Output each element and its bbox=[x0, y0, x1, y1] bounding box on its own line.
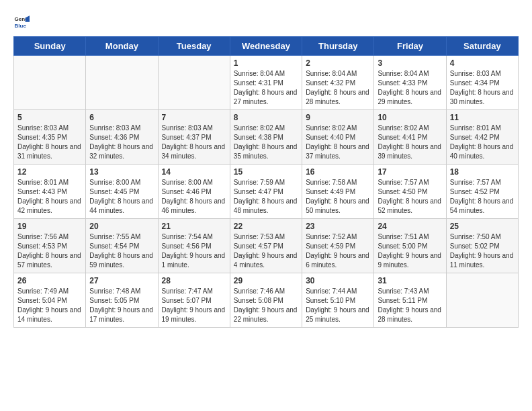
cell-date: 16 bbox=[306, 167, 370, 177]
cell-date: 10 bbox=[378, 113, 442, 122]
cell-info: Sunrise: 7:50 AM Sunset: 5:02 PM Dayligh… bbox=[450, 232, 515, 270]
cell-date: 5 bbox=[17, 113, 82, 122]
calendar-cell: 12Sunrise: 8:01 AM Sunset: 4:43 PM Dayli… bbox=[14, 165, 86, 219]
cell-date: 23 bbox=[306, 222, 370, 231]
cell-info: Sunrise: 8:02 AM Sunset: 4:38 PM Dayligh… bbox=[234, 124, 298, 161]
calendar-cell: 22Sunrise: 7:53 AM Sunset: 4:57 PM Dayli… bbox=[230, 219, 302, 273]
cell-date: 24 bbox=[378, 222, 442, 231]
cell-info: Sunrise: 7:57 AM Sunset: 4:52 PM Dayligh… bbox=[450, 178, 515, 216]
cell-info: Sunrise: 7:56 AM Sunset: 4:53 PM Dayligh… bbox=[17, 232, 82, 270]
cell-date: 11 bbox=[450, 113, 515, 122]
calendar-cell: 25Sunrise: 7:50 AM Sunset: 5:02 PM Dayli… bbox=[446, 219, 518, 273]
calendar-cell: 6Sunrise: 8:03 AM Sunset: 4:36 PM Daylig… bbox=[86, 110, 158, 165]
calendar-header: SundayMondayTuesdayWednesdayThursdayFrid… bbox=[14, 37, 519, 56]
cell-date: 18 bbox=[450, 167, 515, 177]
calendar-cell bbox=[446, 273, 518, 328]
cell-date: 19 bbox=[17, 222, 82, 231]
cell-date: 21 bbox=[162, 222, 226, 231]
cell-date: 7 bbox=[162, 113, 226, 122]
cell-date: 13 bbox=[89, 167, 154, 177]
calendar-cell: 28Sunrise: 7:47 AM Sunset: 5:07 PM Dayli… bbox=[158, 273, 230, 328]
cell-info: Sunrise: 7:47 AM Sunset: 5:07 PM Dayligh… bbox=[162, 287, 226, 324]
cell-date: 17 bbox=[378, 167, 442, 177]
cell-info: Sunrise: 7:44 AM Sunset: 5:10 PM Dayligh… bbox=[306, 287, 370, 324]
week-row-1: 1Sunrise: 8:04 AM Sunset: 4:31 PM Daylig… bbox=[14, 56, 519, 110]
calendar-cell bbox=[86, 56, 158, 110]
calendar-cell: 18Sunrise: 7:57 AM Sunset: 4:52 PM Dayli… bbox=[446, 165, 518, 219]
calendar-cell: 11Sunrise: 8:01 AM Sunset: 4:42 PM Dayli… bbox=[446, 110, 518, 165]
cell-info: Sunrise: 7:53 AM Sunset: 4:57 PM Dayligh… bbox=[234, 232, 298, 270]
cell-info: Sunrise: 8:01 AM Sunset: 4:43 PM Dayligh… bbox=[17, 178, 82, 216]
day-header-sunday: Sunday bbox=[14, 37, 86, 56]
calendar-cell: 3Sunrise: 8:04 AM Sunset: 4:33 PM Daylig… bbox=[374, 56, 446, 110]
calendar-cell: 4Sunrise: 8:03 AM Sunset: 4:34 PM Daylig… bbox=[446, 56, 518, 110]
svg-text:Blue: Blue bbox=[15, 23, 27, 29]
week-row-4: 19Sunrise: 7:56 AM Sunset: 4:53 PM Dayli… bbox=[14, 219, 519, 273]
day-header-thursday: Thursday bbox=[302, 37, 374, 56]
cell-info: Sunrise: 8:04 AM Sunset: 4:32 PM Dayligh… bbox=[306, 69, 370, 107]
calendar-cell: 27Sunrise: 7:48 AM Sunset: 5:05 PM Dayli… bbox=[86, 273, 158, 328]
cell-info: Sunrise: 7:51 AM Sunset: 5:00 PM Dayligh… bbox=[378, 232, 442, 270]
generalblue-icon: General Blue bbox=[13, 13, 30, 30]
cell-date: 27 bbox=[89, 276, 154, 285]
calendar-cell: 17Sunrise: 7:57 AM Sunset: 4:50 PM Dayli… bbox=[374, 165, 446, 219]
calendar-cell: 31Sunrise: 7:43 AM Sunset: 5:11 PM Dayli… bbox=[374, 273, 446, 328]
cell-info: Sunrise: 8:03 AM Sunset: 4:35 PM Dayligh… bbox=[17, 124, 82, 161]
cell-info: Sunrise: 7:46 AM Sunset: 5:08 PM Dayligh… bbox=[234, 287, 298, 324]
calendar-cell: 26Sunrise: 7:49 AM Sunset: 5:04 PM Dayli… bbox=[14, 273, 86, 328]
calendar-cell: 20Sunrise: 7:55 AM Sunset: 4:54 PM Dayli… bbox=[86, 219, 158, 273]
cell-info: Sunrise: 7:54 AM Sunset: 4:56 PM Dayligh… bbox=[162, 232, 226, 270]
cell-date: 3 bbox=[378, 58, 442, 68]
week-row-5: 26Sunrise: 7:49 AM Sunset: 5:04 PM Dayli… bbox=[14, 273, 519, 328]
cell-date: 2 bbox=[306, 58, 370, 68]
calendar-cell: 30Sunrise: 7:44 AM Sunset: 5:10 PM Dayli… bbox=[302, 273, 374, 328]
day-headers-row: SundayMondayTuesdayWednesdayThursdayFrid… bbox=[14, 37, 519, 56]
cell-date: 12 bbox=[17, 167, 82, 177]
day-header-tuesday: Tuesday bbox=[158, 37, 230, 56]
cell-info: Sunrise: 7:57 AM Sunset: 4:50 PM Dayligh… bbox=[378, 178, 442, 216]
week-row-2: 5Sunrise: 8:03 AM Sunset: 4:35 PM Daylig… bbox=[14, 110, 519, 165]
logo: General Blue bbox=[13, 13, 32, 30]
cell-date: 25 bbox=[450, 222, 515, 231]
cell-date: 29 bbox=[234, 276, 298, 285]
cell-info: Sunrise: 7:52 AM Sunset: 4:59 PM Dayligh… bbox=[306, 232, 370, 270]
calendar-cell: 13Sunrise: 8:00 AM Sunset: 4:45 PM Dayli… bbox=[86, 165, 158, 219]
calendar-cell bbox=[14, 56, 86, 110]
cell-info: Sunrise: 7:43 AM Sunset: 5:11 PM Dayligh… bbox=[378, 287, 442, 324]
cell-date: 22 bbox=[234, 222, 298, 231]
cell-date: 8 bbox=[234, 113, 298, 122]
cell-info: Sunrise: 8:03 AM Sunset: 4:37 PM Dayligh… bbox=[162, 124, 226, 161]
cell-info: Sunrise: 8:00 AM Sunset: 4:46 PM Dayligh… bbox=[162, 178, 226, 216]
cell-info: Sunrise: 8:02 AM Sunset: 4:40 PM Dayligh… bbox=[306, 124, 370, 161]
week-row-3: 12Sunrise: 8:01 AM Sunset: 4:43 PM Dayli… bbox=[14, 165, 519, 219]
cell-date: 20 bbox=[89, 222, 154, 231]
cell-date: 6 bbox=[89, 113, 154, 122]
cell-date: 28 bbox=[162, 276, 226, 285]
cell-info: Sunrise: 8:04 AM Sunset: 4:31 PM Dayligh… bbox=[234, 69, 298, 107]
cell-info: Sunrise: 7:59 AM Sunset: 4:47 PM Dayligh… bbox=[234, 178, 298, 216]
calendar-cell bbox=[158, 56, 230, 110]
day-header-saturday: Saturday bbox=[446, 37, 518, 56]
calendar-cell: 1Sunrise: 8:04 AM Sunset: 4:31 PM Daylig… bbox=[230, 56, 302, 110]
cell-date: 4 bbox=[450, 58, 515, 68]
cell-info: Sunrise: 7:48 AM Sunset: 5:05 PM Dayligh… bbox=[89, 287, 154, 324]
calendar-cell: 7Sunrise: 8:03 AM Sunset: 4:37 PM Daylig… bbox=[158, 110, 230, 165]
cell-info: Sunrise: 8:03 AM Sunset: 4:36 PM Dayligh… bbox=[89, 124, 154, 161]
calendar-table: SundayMondayTuesdayWednesdayThursdayFrid… bbox=[13, 36, 519, 328]
day-header-friday: Friday bbox=[374, 37, 446, 56]
calendar-cell: 29Sunrise: 7:46 AM Sunset: 5:08 PM Dayli… bbox=[230, 273, 302, 328]
calendar-cell: 15Sunrise: 7:59 AM Sunset: 4:47 PM Dayli… bbox=[230, 165, 302, 219]
cell-info: Sunrise: 8:00 AM Sunset: 4:45 PM Dayligh… bbox=[89, 178, 154, 216]
calendar-cell: 16Sunrise: 7:58 AM Sunset: 4:49 PM Dayli… bbox=[302, 165, 374, 219]
calendar-body: 1Sunrise: 8:04 AM Sunset: 4:31 PM Daylig… bbox=[14, 56, 519, 328]
day-header-wednesday: Wednesday bbox=[230, 37, 302, 56]
calendar-cell: 23Sunrise: 7:52 AM Sunset: 4:59 PM Dayli… bbox=[302, 219, 374, 273]
cell-date: 1 bbox=[234, 58, 298, 68]
calendar-cell: 10Sunrise: 8:02 AM Sunset: 4:41 PM Dayli… bbox=[374, 110, 446, 165]
cell-date: 30 bbox=[306, 276, 370, 285]
calendar-cell: 14Sunrise: 8:00 AM Sunset: 4:46 PM Dayli… bbox=[158, 165, 230, 219]
day-header-monday: Monday bbox=[86, 37, 158, 56]
cell-date: 26 bbox=[17, 276, 82, 285]
cell-info: Sunrise: 7:49 AM Sunset: 5:04 PM Dayligh… bbox=[17, 287, 82, 324]
calendar-cell: 2Sunrise: 8:04 AM Sunset: 4:32 PM Daylig… bbox=[302, 56, 374, 110]
